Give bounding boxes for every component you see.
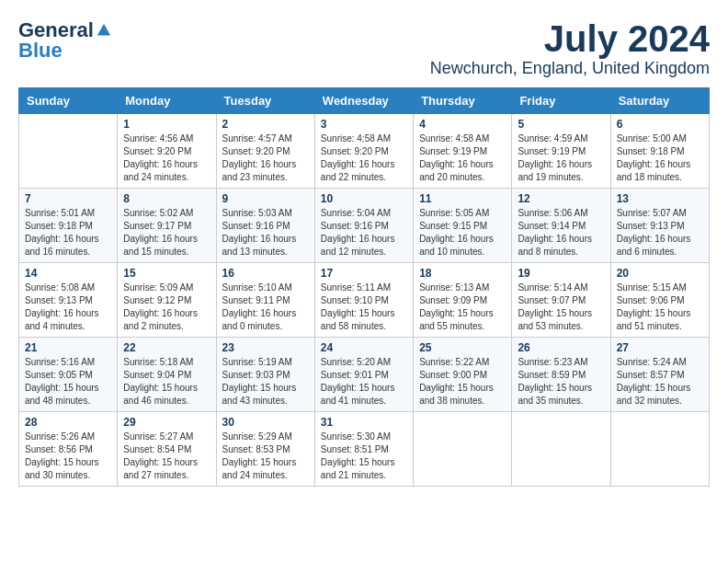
daylight-text: Daylight: 15 hours and 58 minutes.	[321, 308, 395, 331]
day-number: 30	[222, 416, 309, 429]
day-number: 3	[321, 118, 407, 131]
calendar-cell: 22 Sunrise: 5:18 AM Sunset: 9:04 PM Dayl…	[118, 338, 216, 412]
sunrise-text: Sunrise: 5:19 AM	[222, 357, 292, 367]
sunset-text: Sunset: 9:10 PM	[321, 295, 389, 305]
day-info: Sunrise: 4:57 AM Sunset: 9:20 PM Dayligh…	[222, 132, 309, 184]
sunrise-text: Sunrise: 5:27 AM	[123, 431, 193, 442]
calendar-cell	[414, 412, 512, 487]
daylight-text: Daylight: 15 hours and 21 minutes.	[321, 457, 395, 480]
day-number: 28	[25, 416, 111, 429]
sunrise-text: Sunrise: 5:07 AM	[617, 208, 687, 218]
sunrise-text: Sunrise: 4:59 AM	[518, 133, 587, 144]
sunset-text: Sunset: 9:16 PM	[321, 221, 389, 231]
calendar-cell: 12 Sunrise: 5:06 AM Sunset: 9:14 PM Dayl…	[512, 189, 610, 263]
day-info: Sunrise: 5:05 AM Sunset: 9:15 PM Dayligh…	[419, 207, 506, 259]
day-number: 14	[25, 267, 111, 280]
day-info: Sunrise: 5:09 AM Sunset: 9:12 PM Dayligh…	[123, 282, 210, 333]
day-info: Sunrise: 5:04 AM Sunset: 9:16 PM Dayligh…	[321, 207, 407, 259]
day-info: Sunrise: 5:16 AM Sunset: 9:05 PM Dayligh…	[25, 356, 111, 408]
day-number: 23	[222, 341, 309, 354]
day-info: Sunrise: 5:07 AM Sunset: 9:13 PM Dayligh…	[617, 207, 703, 259]
sunrise-text: Sunrise: 4:58 AM	[419, 133, 489, 144]
day-info: Sunrise: 4:58 AM Sunset: 9:20 PM Dayligh…	[321, 132, 407, 184]
sunrise-text: Sunrise: 5:00 AM	[617, 133, 687, 144]
day-number: 31	[321, 416, 407, 429]
calendar-cell: 28 Sunrise: 5:26 AM Sunset: 8:56 PM Dayl…	[19, 412, 118, 487]
calendar-cell: 3 Sunrise: 4:58 AM Sunset: 9:20 PM Dayli…	[314, 114, 413, 189]
sunrise-text: Sunrise: 5:29 AM	[222, 431, 292, 442]
sunrise-text: Sunrise: 5:16 AM	[25, 357, 95, 367]
day-number: 9	[222, 192, 309, 205]
sunset-text: Sunset: 9:15 PM	[419, 221, 487, 231]
sunset-text: Sunset: 9:20 PM	[321, 146, 389, 156]
calendar-week-row: 14 Sunrise: 5:08 AM Sunset: 9:13 PM Dayl…	[19, 263, 710, 338]
sunrise-text: Sunrise: 5:13 AM	[419, 282, 489, 293]
calendar-cell: 9 Sunrise: 5:03 AM Sunset: 9:16 PM Dayli…	[216, 189, 314, 263]
calendar-cell: 10 Sunrise: 5:04 AM Sunset: 9:16 PM Dayl…	[314, 189, 413, 263]
calendar-cell: 1 Sunrise: 4:56 AM Sunset: 9:20 PM Dayli…	[118, 114, 216, 189]
day-number: 2	[222, 118, 309, 131]
day-info: Sunrise: 5:29 AM Sunset: 8:53 PM Dayligh…	[222, 431, 309, 482]
calendar-cell: 26 Sunrise: 5:23 AM Sunset: 8:59 PM Dayl…	[512, 338, 610, 412]
calendar-week-row: 7 Sunrise: 5:01 AM Sunset: 9:18 PM Dayli…	[19, 189, 710, 263]
sunset-text: Sunset: 9:05 PM	[25, 370, 93, 380]
sunrise-text: Sunrise: 5:08 AM	[25, 282, 95, 293]
day-number: 5	[518, 118, 604, 131]
calendar-cell: 2 Sunrise: 4:57 AM Sunset: 9:20 PM Dayli…	[216, 114, 314, 189]
daylight-text: Daylight: 16 hours and 18 minutes.	[617, 159, 691, 182]
day-number: 16	[222, 267, 309, 280]
daylight-text: Daylight: 15 hours and 55 minutes.	[419, 308, 494, 331]
daylight-text: Daylight: 16 hours and 16 minutes.	[25, 234, 99, 257]
day-info: Sunrise: 5:22 AM Sunset: 9:00 PM Dayligh…	[419, 356, 506, 408]
calendar-cell: 13 Sunrise: 5:07 AM Sunset: 9:13 PM Dayl…	[610, 189, 709, 263]
daylight-text: Daylight: 15 hours and 53 minutes.	[518, 308, 592, 331]
day-info: Sunrise: 5:08 AM Sunset: 9:13 PM Dayligh…	[25, 282, 111, 333]
daylight-text: Daylight: 16 hours and 13 minutes.	[222, 234, 297, 257]
sunset-text: Sunset: 9:19 PM	[518, 146, 586, 156]
day-info: Sunrise: 4:58 AM Sunset: 9:19 PM Dayligh…	[419, 132, 506, 184]
day-info: Sunrise: 5:26 AM Sunset: 8:56 PM Dayligh…	[25, 431, 111, 482]
day-info: Sunrise: 5:18 AM Sunset: 9:04 PM Dayligh…	[123, 356, 210, 408]
day-info: Sunrise: 5:24 AM Sunset: 8:57 PM Dayligh…	[617, 356, 703, 408]
day-info: Sunrise: 5:13 AM Sunset: 9:09 PM Dayligh…	[419, 282, 506, 333]
day-number: 12	[518, 192, 604, 205]
sunset-text: Sunset: 9:13 PM	[617, 221, 685, 231]
sunset-text: Sunset: 9:04 PM	[123, 370, 191, 380]
day-info: Sunrise: 5:10 AM Sunset: 9:11 PM Dayligh…	[222, 282, 309, 333]
calendar-cell: 21 Sunrise: 5:16 AM Sunset: 9:05 PM Dayl…	[19, 338, 118, 412]
sunset-text: Sunset: 9:20 PM	[123, 146, 191, 156]
sunrise-text: Sunrise: 5:14 AM	[518, 282, 587, 293]
day-info: Sunrise: 5:03 AM Sunset: 9:16 PM Dayligh…	[222, 207, 309, 259]
calendar-week-row: 21 Sunrise: 5:16 AM Sunset: 9:05 PM Dayl…	[19, 338, 710, 412]
daylight-text: Daylight: 16 hours and 2 minutes.	[123, 308, 198, 331]
day-number: 27	[617, 341, 703, 354]
daylight-text: Daylight: 16 hours and 20 minutes.	[419, 159, 494, 182]
day-info: Sunrise: 5:23 AM Sunset: 8:59 PM Dayligh…	[518, 356, 604, 408]
calendar-cell	[19, 114, 118, 189]
day-number: 4	[419, 118, 506, 131]
day-info: Sunrise: 5:20 AM Sunset: 9:01 PM Dayligh…	[321, 356, 407, 408]
calendar-cell: 27 Sunrise: 5:24 AM Sunset: 8:57 PM Dayl…	[610, 338, 709, 412]
day-number: 25	[419, 341, 506, 354]
day-info: Sunrise: 5:06 AM Sunset: 9:14 PM Dayligh…	[518, 207, 604, 259]
day-number: 8	[123, 192, 210, 205]
day-number: 1	[123, 118, 210, 131]
daylight-text: Daylight: 16 hours and 15 minutes.	[123, 234, 198, 257]
sunrise-text: Sunrise: 5:01 AM	[25, 208, 95, 218]
day-info: Sunrise: 5:00 AM Sunset: 9:18 PM Dayligh…	[617, 132, 703, 184]
sunrise-text: Sunrise: 5:15 AM	[617, 282, 687, 293]
day-number: 24	[321, 341, 407, 354]
weekday-header: Tuesday	[216, 88, 314, 114]
day-info: Sunrise: 5:27 AM Sunset: 8:54 PM Dayligh…	[123, 431, 210, 482]
sunrise-text: Sunrise: 5:23 AM	[518, 357, 587, 367]
calendar-cell: 23 Sunrise: 5:19 AM Sunset: 9:03 PM Dayl…	[216, 338, 314, 412]
sunset-text: Sunset: 9:19 PM	[419, 146, 487, 156]
sunset-text: Sunset: 9:07 PM	[518, 295, 586, 305]
sunrise-text: Sunrise: 5:24 AM	[617, 357, 687, 367]
daylight-text: Daylight: 15 hours and 41 minutes.	[321, 383, 395, 406]
logo-blue-text: Blue	[18, 39, 63, 63]
daylight-text: Daylight: 15 hours and 46 minutes.	[123, 383, 198, 406]
calendar-cell: 16 Sunrise: 5:10 AM Sunset: 9:11 PM Dayl…	[216, 263, 314, 338]
daylight-text: Daylight: 16 hours and 8 minutes.	[518, 234, 592, 257]
daylight-text: Daylight: 15 hours and 38 minutes.	[419, 383, 494, 406]
